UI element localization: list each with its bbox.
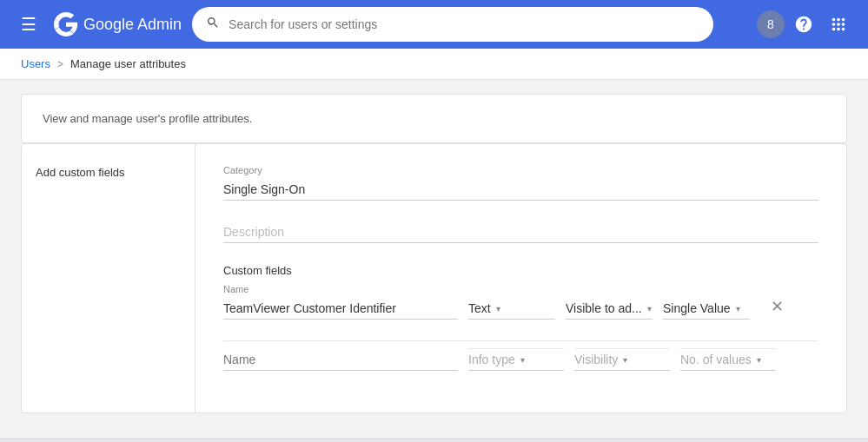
new-visibility-dropdown[interactable]: Visibility ▾ (574, 348, 670, 371)
info-type-chevron-icon: ▾ (496, 304, 500, 313)
no-of-values-dropdown[interactable]: Single Value ▾ (663, 298, 750, 320)
breadcrumb-current: Manage user attributes (70, 57, 186, 70)
main-card: Add custom fields Category Custom fields (21, 143, 847, 413)
visibility-chevron-icon: ▾ (647, 304, 652, 313)
info-type-value: Text (468, 301, 491, 315)
new-visibility-chevron-icon: ▾ (623, 355, 627, 365)
category-label: Category (223, 165, 818, 175)
page-footer: CANCEL ADD (0, 439, 868, 442)
custom-field-name-input[interactable] (223, 298, 458, 320)
app-header: ☰ Google Admin 8 (0, 0, 868, 49)
description-field-group (223, 221, 818, 243)
new-no-of-values-placeholder: No. of values (680, 353, 752, 366)
apps-button[interactable] (823, 9, 854, 40)
no-of-values-value: Single Value (663, 301, 731, 315)
new-field-name-input[interactable] (223, 349, 458, 371)
breadcrumb: Users > Manage user attributes (0, 49, 868, 80)
google-logo-icon (54, 12, 78, 36)
card-body: Category Custom fields Name (195, 144, 846, 412)
new-no-of-values-dropdown[interactable]: No. of values ▾ (680, 348, 776, 371)
custom-fields-section: Custom fields Name Text ▾ Visible to ad.… (223, 264, 818, 371)
custom-field-name-group: Name (223, 284, 458, 320)
search-input[interactable] (229, 17, 699, 31)
new-info-type-dropdown[interactable]: Info type ▾ (468, 348, 564, 371)
card-sidebar: Add custom fields (22, 144, 195, 412)
app-logo: Google Admin (54, 12, 182, 36)
visibility-value: Visible to ad... (566, 301, 642, 315)
category-field-group: Category (223, 165, 818, 201)
content-area: View and manage user's profile attribute… (0, 80, 868, 427)
search-icon (206, 16, 220, 33)
category-input[interactable] (223, 179, 818, 201)
new-field-row: Info type ▾ Visibility ▾ No. of values ▾ (223, 340, 818, 371)
description-input[interactable] (223, 221, 818, 243)
new-visibility-placeholder: Visibility (574, 353, 618, 366)
breadcrumb-separator: > (57, 58, 63, 70)
new-info-type-placeholder: Info type (468, 353, 515, 366)
header-actions: 8 (757, 9, 854, 40)
info-box: View and manage user's profile attribute… (21, 94, 847, 143)
help-button[interactable] (788, 9, 819, 40)
custom-field-row: Name Text ▾ Visible to ad... ▾ Single (223, 284, 818, 327)
card-sidebar-title: Add custom fields (36, 166, 125, 179)
info-type-dropdown[interactable]: Text ▾ (468, 298, 555, 320)
new-no-of-values-chevron-icon: ▾ (757, 355, 761, 365)
custom-fields-title: Custom fields (223, 264, 818, 277)
no-of-values-chevron-icon: ▾ (736, 304, 740, 313)
remove-field-button[interactable]: ✕ (767, 294, 787, 320)
search-bar[interactable] (192, 7, 713, 42)
page-wrapper: View and manage user's profile attribute… (0, 80, 868, 439)
new-info-type-chevron-icon: ▾ (520, 355, 525, 365)
app-title: Google Admin (83, 16, 182, 34)
menu-icon[interactable]: ☰ (14, 7, 43, 42)
avatar-button[interactable]: 8 (757, 10, 785, 38)
info-description: View and manage user's profile attribute… (43, 112, 252, 125)
breadcrumb-parent[interactable]: Users (21, 57, 50, 70)
name-label: Name (223, 284, 458, 294)
visibility-dropdown[interactable]: Visible to ad... ▾ (566, 298, 653, 320)
